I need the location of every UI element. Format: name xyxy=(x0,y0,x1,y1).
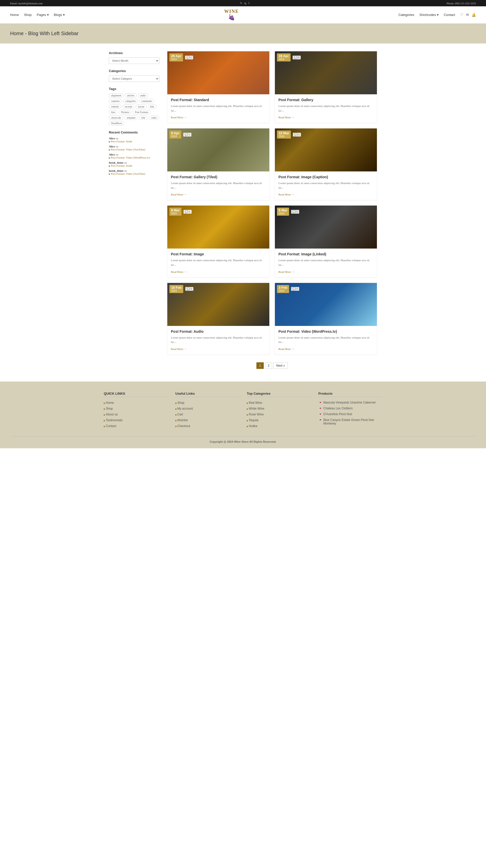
tag-item[interactable]: title xyxy=(139,116,148,120)
footer-category-link[interactable]: Vodka xyxy=(249,424,257,428)
tag-item[interactable]: template xyxy=(124,116,138,120)
post-card: 18 Feb 2024 💬 5 Post Format: Audio Lorem… xyxy=(167,283,269,355)
footer-product-item: Mascota Vineyards Unanime Cabernet xyxy=(318,401,382,405)
copyright-text: Copyright @ 2024 Wine Store All Rights R… xyxy=(209,440,276,443)
footer-quick-link[interactable]: About us xyxy=(106,413,118,416)
footer-category-link[interactable]: Red Wine xyxy=(249,401,262,405)
footer-category-link[interactable]: Tequila xyxy=(249,418,258,422)
tag-item[interactable]: video xyxy=(149,116,159,120)
footer-product-link[interactable]: Blue Canyon Estate Grown Pinot Noir Mont… xyxy=(323,418,382,425)
tag-item[interactable]: alignment xyxy=(109,93,123,98)
logo[interactable]: WINE 🍇 xyxy=(224,9,239,21)
pagination-link[interactable]: 2 xyxy=(265,362,273,369)
email-label: Email: myinfo@domain.com xyxy=(10,2,43,5)
footer-category-link[interactable]: White Wine xyxy=(249,407,264,410)
tag-item[interactable]: audio xyxy=(138,93,148,98)
footer-useful-link[interactable]: Cart xyxy=(177,413,183,416)
footer-product-link[interactable]: Chateau Les Clottiers xyxy=(323,407,352,410)
read-more-link[interactable]: Read More xyxy=(279,116,294,119)
post-comments: 💬 5 xyxy=(291,287,299,291)
heart-icon[interactable]: ♡ xyxy=(460,13,463,17)
comment-icon: 💬 xyxy=(185,133,188,136)
footer-useful-links: Useful Links ShopMy accountCartWishlistC… xyxy=(175,392,239,430)
tag-item[interactable]: lists xyxy=(109,110,117,114)
comment-post[interactable]: Post Format: Aside xyxy=(109,140,132,143)
footer-useful-link[interactable]: My account xyxy=(177,407,193,410)
post-card: 15 Mar 2024 💬 5 Post Format: Image (Capt… xyxy=(275,128,377,200)
post-image: 6 Mar 2024 💬 5 xyxy=(275,206,377,249)
bell-icon[interactable]: 🔔 xyxy=(471,13,476,17)
instagram-icon[interactable]: ig xyxy=(244,2,247,5)
read-more-link[interactable]: Read More xyxy=(279,193,294,196)
footer-quick-link[interactable]: Contact xyxy=(106,424,116,428)
post-excerpt: Lorem ipsum dolor sit amet consectetur a… xyxy=(171,104,266,113)
tag-item[interactable]: Post Formats xyxy=(133,110,151,114)
message-icon[interactable]: ✉ xyxy=(466,13,469,17)
comment-icon: 💬 xyxy=(293,287,296,290)
footer-quick-link[interactable]: Shop xyxy=(106,407,113,410)
comment-item: Alice onPost Format: Video (WordPress.tv… xyxy=(109,153,160,159)
nav-icons: ♡ ✉ 🔔 xyxy=(460,13,476,17)
footer-category-link[interactable]: Rosé Wine xyxy=(249,413,264,416)
read-more-link[interactable]: Read More xyxy=(279,347,294,350)
nav-shortcodes[interactable]: Shortcodes ▾ xyxy=(420,13,439,17)
post-image: 18 Feb 2024 💬 5 xyxy=(167,283,269,326)
footer-copyright: Copyright @ 2024 Wine Store All Rights R… xyxy=(10,436,476,443)
read-more-link[interactable]: Read More xyxy=(171,116,187,119)
footer-product-link[interactable]: Mascota Vineyards Unanime Cabernet xyxy=(323,401,376,404)
read-more-link[interactable]: Read More xyxy=(171,347,187,350)
list-item: Shop xyxy=(104,407,168,411)
comment-post[interactable]: Post Format: Video (YouTube) xyxy=(109,172,145,175)
posts-area: 29 Apr 2024 💬 5 Post Format: Standard Lo… xyxy=(167,51,377,369)
footer-quick-link[interactable]: Home xyxy=(106,401,114,405)
post-title: Post Format: Gallery (Tiled) xyxy=(171,175,266,179)
comment-post[interactable]: Post Format: Video (YouTube) xyxy=(109,148,145,151)
tag-item[interactable]: shortcode xyxy=(109,116,123,120)
comment-item: Alice onPost Format: Aside xyxy=(109,137,160,143)
comment-count: 5 xyxy=(298,56,299,59)
comment-author: luzuk_demo xyxy=(109,161,123,164)
post-title: Post Format: Image (Caption) xyxy=(279,175,373,179)
read-more-link[interactable]: Read More xyxy=(171,193,187,196)
tag-item[interactable]: captions xyxy=(109,99,122,103)
comment-icon: 💬 xyxy=(185,210,188,213)
nav-shop[interactable]: Shop xyxy=(24,13,32,17)
nav-contact[interactable]: Contact xyxy=(444,13,455,17)
tag-item[interactable]: comments xyxy=(139,99,154,103)
read-more-link[interactable]: Read More xyxy=(279,270,294,273)
post-meta-overlay: 9 Apr 2024 💬 5 xyxy=(169,130,191,138)
footer-product-item: Blue Canyon Estate Grown Pinot Noir Mont… xyxy=(318,418,382,425)
pagination-link[interactable]: 1 xyxy=(256,362,264,369)
read-more-link[interactable]: Read More xyxy=(171,270,187,273)
footer-useful-link[interactable]: Wishlist xyxy=(177,418,188,422)
post-day: 28 Apr xyxy=(279,54,289,58)
comment-post[interactable]: Post Format: Video (WordPress.tv) xyxy=(109,156,150,159)
tag-item[interactable]: articles xyxy=(125,93,137,98)
nav-pages[interactable]: Pages ▾ xyxy=(37,13,49,17)
tag-item[interactable]: excerpt xyxy=(122,104,135,109)
footer-useful-link[interactable]: Shop xyxy=(177,401,184,405)
footer-products: Products Mascota Vineyards Unanime Caber… xyxy=(318,392,382,430)
tag-item[interactable]: categories xyxy=(123,99,138,103)
categories-select[interactable]: Select Category xyxy=(109,75,160,82)
nav-blogs[interactable]: Blogs ▾ xyxy=(54,13,65,17)
nav-categories[interactable]: Categories xyxy=(398,13,414,17)
post-card: 6 Mar 2024 💬 5 Post Format: Image (Linke… xyxy=(275,205,377,277)
archives-select[interactable]: Select Month xyxy=(109,57,160,64)
post-excerpt: Lorem ipsum dolor sit amet consectetur a… xyxy=(279,104,373,113)
page-header: Home - Blog With Left Sidebar xyxy=(0,24,486,43)
footer-quick-link[interactable]: Testimonials xyxy=(106,418,122,422)
tag-item[interactable]: WordPress xyxy=(109,121,124,125)
comment-post[interactable]: Post Format: Aside xyxy=(109,164,132,167)
pagination-link[interactable]: Next » xyxy=(274,362,288,369)
tag-item[interactable]: Pictures xyxy=(119,110,132,114)
twitter-icon[interactable]: 𝕏 xyxy=(240,2,242,5)
facebook-icon[interactable]: f xyxy=(248,2,249,5)
footer-product-link[interactable]: D'Autrefois Pinot Noir xyxy=(323,412,352,416)
tag-item[interactable]: layout xyxy=(136,104,147,109)
nav-home[interactable]: Home xyxy=(10,13,19,17)
tag-item[interactable]: link xyxy=(148,104,156,109)
footer-useful-link[interactable]: Checkout xyxy=(177,424,190,428)
comment-on: on xyxy=(124,161,127,164)
tag-item[interactable]: embeds xyxy=(109,104,121,109)
